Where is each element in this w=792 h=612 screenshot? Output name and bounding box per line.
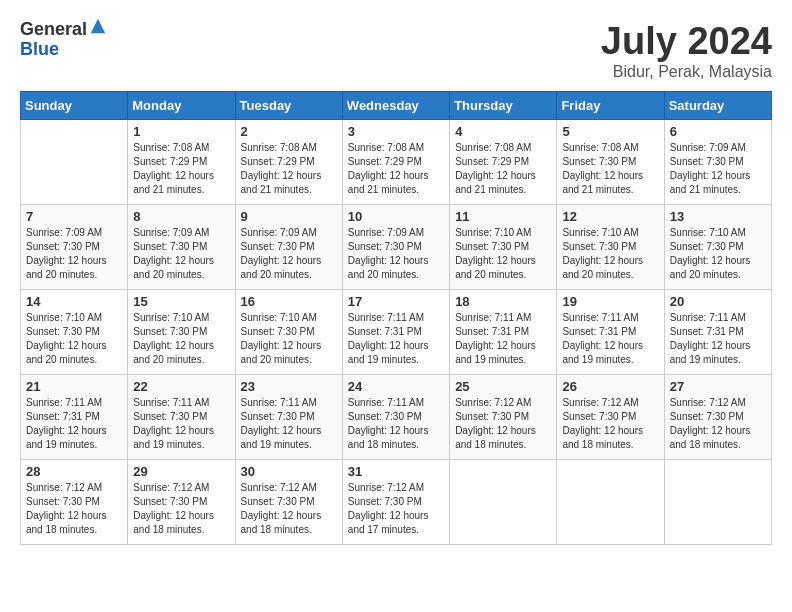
main-title: July 2024 [601, 20, 772, 63]
day-info: Sunrise: 7:10 AM Sunset: 7:30 PM Dayligh… [241, 311, 337, 367]
day-info: Sunrise: 7:12 AM Sunset: 7:30 PM Dayligh… [562, 396, 658, 452]
calendar-cell: 17Sunrise: 7:11 AM Sunset: 7:31 PM Dayli… [342, 290, 449, 375]
day-info: Sunrise: 7:11 AM Sunset: 7:31 PM Dayligh… [670, 311, 766, 367]
weekday-header: Tuesday [235, 92, 342, 120]
day-number: 15 [133, 294, 229, 309]
day-info: Sunrise: 7:09 AM Sunset: 7:30 PM Dayligh… [26, 226, 122, 282]
weekday-header: Monday [128, 92, 235, 120]
calendar-cell: 5Sunrise: 7:08 AM Sunset: 7:30 PM Daylig… [557, 120, 664, 205]
day-number: 30 [241, 464, 337, 479]
day-info: Sunrise: 7:08 AM Sunset: 7:29 PM Dayligh… [348, 141, 444, 197]
day-info: Sunrise: 7:12 AM Sunset: 7:30 PM Dayligh… [241, 481, 337, 537]
day-number: 9 [241, 209, 337, 224]
day-info: Sunrise: 7:10 AM Sunset: 7:30 PM Dayligh… [133, 311, 229, 367]
day-info: Sunrise: 7:10 AM Sunset: 7:30 PM Dayligh… [670, 226, 766, 282]
day-info: Sunrise: 7:11 AM Sunset: 7:31 PM Dayligh… [26, 396, 122, 452]
weekday-header: Sunday [21, 92, 128, 120]
day-info: Sunrise: 7:12 AM Sunset: 7:30 PM Dayligh… [348, 481, 444, 537]
calendar-cell: 7Sunrise: 7:09 AM Sunset: 7:30 PM Daylig… [21, 205, 128, 290]
calendar-cell: 29Sunrise: 7:12 AM Sunset: 7:30 PM Dayli… [128, 460, 235, 545]
day-info: Sunrise: 7:08 AM Sunset: 7:29 PM Dayligh… [241, 141, 337, 197]
day-number: 28 [26, 464, 122, 479]
day-info: Sunrise: 7:10 AM Sunset: 7:30 PM Dayligh… [562, 226, 658, 282]
subtitle: Bidur, Perak, Malaysia [601, 63, 772, 81]
calendar-cell: 9Sunrise: 7:09 AM Sunset: 7:30 PM Daylig… [235, 205, 342, 290]
day-info: Sunrise: 7:12 AM Sunset: 7:30 PM Dayligh… [133, 481, 229, 537]
day-number: 16 [241, 294, 337, 309]
calendar-cell: 14Sunrise: 7:10 AM Sunset: 7:30 PM Dayli… [21, 290, 128, 375]
calendar-header-row: SundayMondayTuesdayWednesdayThursdayFrid… [21, 92, 772, 120]
day-number: 26 [562, 379, 658, 394]
calendar-cell [557, 460, 664, 545]
title-section: July 2024 Bidur, Perak, Malaysia [601, 20, 772, 81]
calendar-cell: 1Sunrise: 7:08 AM Sunset: 7:29 PM Daylig… [128, 120, 235, 205]
calendar-cell: 19Sunrise: 7:11 AM Sunset: 7:31 PM Dayli… [557, 290, 664, 375]
logo-general-text: General [20, 20, 87, 40]
calendar-cell: 24Sunrise: 7:11 AM Sunset: 7:30 PM Dayli… [342, 375, 449, 460]
day-number: 5 [562, 124, 658, 139]
day-number: 19 [562, 294, 658, 309]
calendar-cell: 8Sunrise: 7:09 AM Sunset: 7:30 PM Daylig… [128, 205, 235, 290]
logo-icon [89, 17, 107, 35]
day-info: Sunrise: 7:08 AM Sunset: 7:30 PM Dayligh… [562, 141, 658, 197]
day-info: Sunrise: 7:09 AM Sunset: 7:30 PM Dayligh… [348, 226, 444, 282]
weekday-header: Thursday [450, 92, 557, 120]
day-number: 4 [455, 124, 551, 139]
day-number: 25 [455, 379, 551, 394]
day-number: 23 [241, 379, 337, 394]
calendar-week-row: 21Sunrise: 7:11 AM Sunset: 7:31 PM Dayli… [21, 375, 772, 460]
day-info: Sunrise: 7:12 AM Sunset: 7:30 PM Dayligh… [670, 396, 766, 452]
calendar-cell: 12Sunrise: 7:10 AM Sunset: 7:30 PM Dayli… [557, 205, 664, 290]
day-number: 1 [133, 124, 229, 139]
day-number: 18 [455, 294, 551, 309]
calendar-cell: 3Sunrise: 7:08 AM Sunset: 7:29 PM Daylig… [342, 120, 449, 205]
calendar-cell: 10Sunrise: 7:09 AM Sunset: 7:30 PM Dayli… [342, 205, 449, 290]
calendar-cell: 13Sunrise: 7:10 AM Sunset: 7:30 PM Dayli… [664, 205, 771, 290]
calendar-cell: 15Sunrise: 7:10 AM Sunset: 7:30 PM Dayli… [128, 290, 235, 375]
calendar-cell: 2Sunrise: 7:08 AM Sunset: 7:29 PM Daylig… [235, 120, 342, 205]
calendar-cell [664, 460, 771, 545]
day-info: Sunrise: 7:10 AM Sunset: 7:30 PM Dayligh… [26, 311, 122, 367]
weekday-header: Wednesday [342, 92, 449, 120]
weekday-header: Friday [557, 92, 664, 120]
calendar-cell: 26Sunrise: 7:12 AM Sunset: 7:30 PM Dayli… [557, 375, 664, 460]
calendar-cell: 6Sunrise: 7:09 AM Sunset: 7:30 PM Daylig… [664, 120, 771, 205]
calendar-week-row: 28Sunrise: 7:12 AM Sunset: 7:30 PM Dayli… [21, 460, 772, 545]
day-number: 7 [26, 209, 122, 224]
day-number: 13 [670, 209, 766, 224]
day-number: 8 [133, 209, 229, 224]
svg-marker-0 [91, 19, 105, 33]
calendar-cell: 16Sunrise: 7:10 AM Sunset: 7:30 PM Dayli… [235, 290, 342, 375]
day-number: 6 [670, 124, 766, 139]
day-info: Sunrise: 7:12 AM Sunset: 7:30 PM Dayligh… [26, 481, 122, 537]
day-info: Sunrise: 7:12 AM Sunset: 7:30 PM Dayligh… [455, 396, 551, 452]
calendar-cell [450, 460, 557, 545]
calendar-cell: 4Sunrise: 7:08 AM Sunset: 7:29 PM Daylig… [450, 120, 557, 205]
day-number: 17 [348, 294, 444, 309]
day-info: Sunrise: 7:09 AM Sunset: 7:30 PM Dayligh… [670, 141, 766, 197]
calendar-cell: 25Sunrise: 7:12 AM Sunset: 7:30 PM Dayli… [450, 375, 557, 460]
calendar-cell: 20Sunrise: 7:11 AM Sunset: 7:31 PM Dayli… [664, 290, 771, 375]
day-number: 11 [455, 209, 551, 224]
calendar-table: SundayMondayTuesdayWednesdayThursdayFrid… [20, 91, 772, 545]
weekday-header: Saturday [664, 92, 771, 120]
calendar-week-row: 1Sunrise: 7:08 AM Sunset: 7:29 PM Daylig… [21, 120, 772, 205]
calendar-cell: 27Sunrise: 7:12 AM Sunset: 7:30 PM Dayli… [664, 375, 771, 460]
day-info: Sunrise: 7:10 AM Sunset: 7:30 PM Dayligh… [455, 226, 551, 282]
day-info: Sunrise: 7:11 AM Sunset: 7:31 PM Dayligh… [562, 311, 658, 367]
day-info: Sunrise: 7:09 AM Sunset: 7:30 PM Dayligh… [133, 226, 229, 282]
day-number: 12 [562, 209, 658, 224]
calendar-cell: 31Sunrise: 7:12 AM Sunset: 7:30 PM Dayli… [342, 460, 449, 545]
calendar-cell: 30Sunrise: 7:12 AM Sunset: 7:30 PM Dayli… [235, 460, 342, 545]
page-header: General Blue July 2024 Bidur, Perak, Mal… [20, 20, 772, 81]
logo-blue-text: Blue [20, 40, 107, 60]
day-number: 24 [348, 379, 444, 394]
day-number: 20 [670, 294, 766, 309]
calendar-cell: 22Sunrise: 7:11 AM Sunset: 7:30 PM Dayli… [128, 375, 235, 460]
day-info: Sunrise: 7:08 AM Sunset: 7:29 PM Dayligh… [133, 141, 229, 197]
calendar-cell [21, 120, 128, 205]
day-number: 21 [26, 379, 122, 394]
day-number: 22 [133, 379, 229, 394]
day-number: 3 [348, 124, 444, 139]
day-number: 2 [241, 124, 337, 139]
